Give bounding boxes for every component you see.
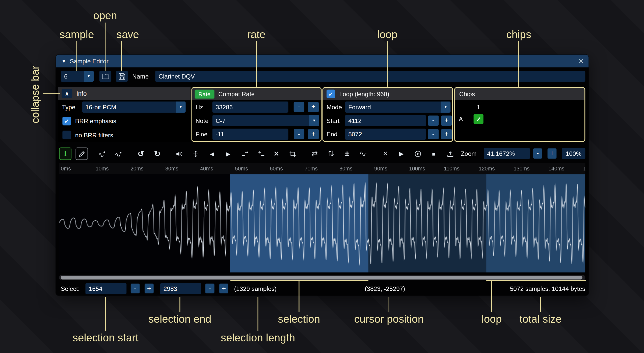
loop-end-input[interactable]: 5072	[345, 129, 426, 140]
triangle-left-icon: ◀	[210, 151, 214, 157]
preview-button[interactable]: ▶	[395, 147, 408, 160]
hz-input[interactable]: 33286	[212, 102, 288, 113]
cut-button[interactable]: ×	[379, 147, 391, 160]
ruler-label: 90ms	[374, 163, 387, 174]
fine-decrease-button[interactable]: -	[294, 129, 304, 139]
annotation-line	[105, 297, 106, 331]
loop-start-increase-button[interactable]: +	[441, 115, 452, 126]
annotation-line	[121, 41, 122, 71]
window-title: Sample Editor	[70, 58, 109, 65]
time-ruler[interactable]: 0ms10ms20ms30ms40ms50ms60ms70ms80ms90ms1…	[59, 163, 585, 174]
waveform-canvas[interactable]	[59, 174, 585, 272]
save-sample-button[interactable]	[116, 71, 128, 82]
draw-tool-button[interactable]	[75, 147, 88, 160]
rate-badge[interactable]: Rate	[195, 89, 214, 98]
waveform-scrollbar[interactable]	[59, 275, 585, 280]
collapse-info-button[interactable]: ∧	[62, 89, 72, 98]
loop-mode-dropdown[interactable]: Forward ▼	[345, 102, 450, 113]
insert-silence-button[interactable]	[239, 147, 251, 160]
annotation-save: save	[116, 28, 139, 41]
annotation-line	[76, 41, 77, 71]
zoom-reset-button[interactable]: 100%	[562, 148, 585, 159]
brr-emphasis-checkbox[interactable]: ✓	[62, 117, 71, 125]
note-dropdown[interactable]: C-7 ▼	[212, 115, 319, 126]
sample-name-input[interactable]: Clarinet DQV	[155, 71, 585, 82]
page-background: ▼ Sample Editor × 6 ▼ Name Clarinet DQV …	[0, 0, 644, 353]
waveform-view[interactable]	[59, 174, 585, 272]
close-icon[interactable]: ×	[579, 55, 584, 67]
loop-end-increase-button[interactable]: +	[441, 129, 452, 139]
sample-number-value: 6	[64, 73, 68, 80]
filter-button[interactable]	[357, 147, 369, 160]
annotation-open: open	[93, 9, 117, 22]
fade-out-button[interactable]: ▶	[222, 147, 235, 160]
dash-arrow-left-icon	[258, 150, 265, 157]
annotation-line	[389, 297, 389, 312]
loop-end-label: End	[327, 129, 337, 140]
wave-arrow-icon	[98, 150, 105, 157]
zoom-in-button[interactable]: +	[548, 148, 557, 159]
sign-flip-button[interactable]: ±	[341, 147, 353, 160]
x-outline-icon: ×	[383, 149, 388, 158]
play-circle-icon	[414, 150, 421, 157]
no-brr-filters-checkbox[interactable]	[62, 131, 71, 139]
fine-label: Fine	[196, 129, 208, 140]
selection-start-increase-button[interactable]: +	[145, 284, 154, 293]
resample-button[interactable]	[96, 147, 108, 160]
amplify-button[interactable]	[173, 147, 185, 160]
fade-in-button[interactable]: ◀	[206, 147, 218, 160]
selection-end-decrease-button[interactable]: -	[205, 284, 214, 293]
loop-end-decrease-button[interactable]: -	[428, 129, 439, 139]
invert-button[interactable]: ⇅	[325, 147, 337, 160]
open-sample-button[interactable]	[99, 71, 111, 82]
select-tool-button[interactable]: I	[59, 147, 71, 160]
select-label: Select:	[61, 282, 80, 296]
sample-type-value: 16-bit PCM	[86, 104, 116, 111]
check-icon: ✓	[476, 115, 481, 123]
redo-button[interactable]: ↻	[151, 147, 164, 160]
undo-button[interactable]: ↺	[135, 147, 147, 160]
preview-selection-button[interactable]	[412, 147, 424, 160]
crossfade-button[interactable]	[112, 147, 124, 160]
delete-button[interactable]: ×	[270, 147, 283, 160]
selection-start-decrease-button[interactable]: -	[131, 284, 140, 293]
normalize-button[interactable]	[189, 147, 202, 160]
annotation-line	[299, 281, 299, 312]
selection-end-increase-button[interactable]: +	[219, 284, 228, 293]
mode-label: Mode	[327, 102, 342, 113]
collapse-window-icon[interactable]: ▼	[62, 59, 66, 64]
create-instrument-button[interactable]	[444, 147, 456, 160]
check-icon: ✓	[328, 91, 333, 97]
zoom-out-button[interactable]: -	[533, 148, 542, 159]
reverse-button[interactable]: ⇄	[308, 147, 321, 160]
sample-number-dropdown[interactable]: 6 ▼	[61, 71, 94, 82]
chip-enable-checkbox[interactable]: ✓	[474, 114, 484, 124]
loop-start-decrease-button[interactable]: -	[428, 115, 439, 126]
titlebar[interactable]: ▼ Sample Editor ×	[56, 55, 588, 67]
ruler-label: 70ms	[305, 163, 318, 174]
chevron-down-icon: ▼	[84, 71, 94, 82]
hz-decrease-button[interactable]: -	[294, 102, 304, 112]
selection-end-input[interactable]: 2983	[160, 283, 201, 294]
trim-button[interactable]	[286, 147, 299, 160]
ruler-label: 110ms	[444, 163, 460, 174]
zoom-input[interactable]: 41.1672%	[484, 148, 530, 159]
sample-type-dropdown[interactable]: 16-bit PCM ▼	[82, 102, 186, 113]
annotation-line	[179, 297, 180, 312]
annotation-line	[518, 41, 519, 87]
annotation-rate: rate	[247, 28, 265, 41]
apply-silence-button[interactable]	[255, 147, 267, 160]
name-label: Name	[132, 71, 149, 82]
redo-icon: ↻	[154, 149, 160, 158]
fine-increase-button[interactable]: +	[308, 129, 319, 139]
loop-checkbox[interactable]: ✓	[327, 90, 335, 98]
note-value: C-7	[216, 117, 225, 124]
annotation-sample: sample	[60, 28, 94, 41]
scrollbar-thumb[interactable]	[61, 276, 582, 280]
total-size-text: 5072 samples, 10144 bytes	[510, 282, 585, 296]
loop-start-input[interactable]: 4112	[345, 115, 426, 126]
stop-preview-button[interactable]: ■	[427, 147, 440, 160]
selection-start-input[interactable]: 1654	[86, 283, 127, 294]
fine-input[interactable]: -11	[212, 129, 288, 140]
hz-increase-button[interactable]: +	[308, 102, 319, 112]
